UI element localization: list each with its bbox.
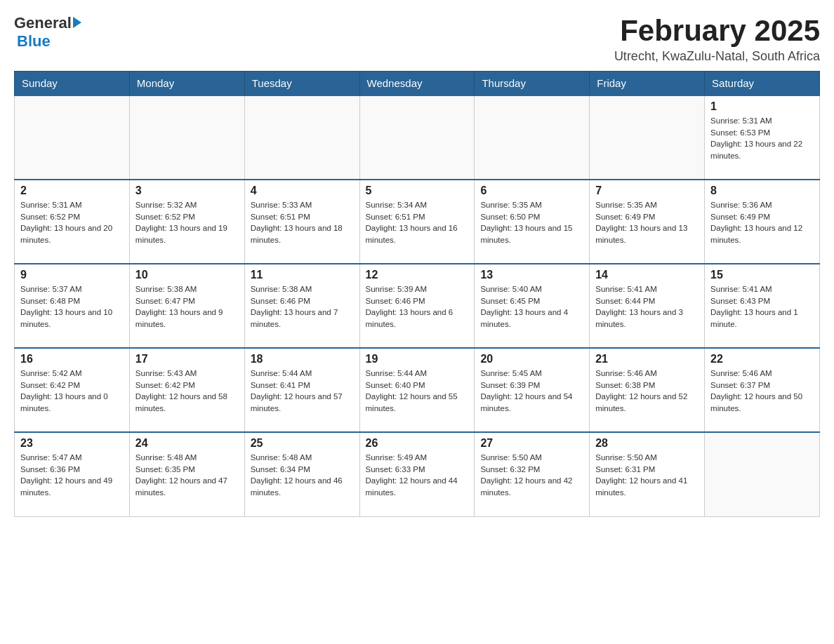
day-number: 10: [135, 269, 239, 281]
calendar-cell: 3Sunrise: 5:32 AM Sunset: 6:52 PM Daylig…: [129, 180, 244, 264]
day-info: Sunrise: 5:36 AM Sunset: 6:49 PM Dayligh…: [710, 199, 814, 246]
day-info: Sunrise: 5:39 AM Sunset: 6:46 PM Dayligh…: [366, 283, 469, 330]
day-number: 15: [710, 269, 814, 281]
day-info: Sunrise: 5:50 AM Sunset: 6:32 PM Dayligh…: [480, 452, 583, 499]
day-number: 4: [251, 185, 354, 197]
day-number: 6: [480, 185, 583, 197]
day-info: Sunrise: 5:40 AM Sunset: 6:45 PM Dayligh…: [480, 283, 583, 330]
calendar-cell: 12Sunrise: 5:39 AM Sunset: 6:46 PM Dayli…: [359, 264, 475, 348]
day-number: 8: [710, 185, 814, 197]
calendar-cell: 17Sunrise: 5:43 AM Sunset: 6:42 PM Dayli…: [129, 348, 244, 432]
logo-arrow-icon: [73, 17, 81, 28]
calendar-header-row: SundayMondayTuesdayWednesdayThursdayFrid…: [15, 72, 820, 96]
day-number: 16: [20, 353, 124, 365]
day-info: Sunrise: 5:46 AM Sunset: 6:37 PM Dayligh…: [710, 368, 814, 415]
day-info: Sunrise: 5:35 AM Sunset: 6:49 PM Dayligh…: [595, 199, 699, 246]
day-number: 11: [251, 269, 354, 281]
day-header-thursday: Thursday: [475, 72, 590, 96]
calendar-cell: 14Sunrise: 5:41 AM Sunset: 6:44 PM Dayli…: [590, 264, 705, 348]
calendar-cell: 21Sunrise: 5:46 AM Sunset: 6:38 PM Dayli…: [590, 348, 705, 432]
location-title: Utrecht, KwaZulu-Natal, South Africa: [614, 49, 820, 64]
calendar-cell: [129, 95, 244, 180]
title-block: February 2025 Utrecht, KwaZulu-Natal, So…: [614, 14, 820, 64]
day-info: Sunrise: 5:44 AM Sunset: 6:41 PM Dayligh…: [251, 368, 354, 415]
day-info: Sunrise: 5:38 AM Sunset: 6:47 PM Dayligh…: [135, 283, 239, 330]
day-info: Sunrise: 5:46 AM Sunset: 6:38 PM Dayligh…: [595, 368, 699, 415]
day-info: Sunrise: 5:33 AM Sunset: 6:51 PM Dayligh…: [251, 199, 354, 246]
calendar-cell: 10Sunrise: 5:38 AM Sunset: 6:47 PM Dayli…: [129, 264, 244, 348]
day-number: 27: [480, 437, 583, 450]
day-number: 9: [20, 269, 124, 281]
logo-general: General: [14, 14, 72, 32]
week-row-3: 9Sunrise: 5:37 AM Sunset: 6:48 PM Daylig…: [15, 264, 820, 348]
calendar-cell: 5Sunrise: 5:34 AM Sunset: 6:51 PM Daylig…: [359, 180, 475, 264]
calendar-cell: 9Sunrise: 5:37 AM Sunset: 6:48 PM Daylig…: [15, 264, 130, 348]
day-number: 3: [135, 185, 239, 197]
calendar-cell: 25Sunrise: 5:48 AM Sunset: 6:34 PM Dayli…: [244, 432, 359, 516]
calendar-cell: [590, 95, 705, 180]
calendar-cell: 18Sunrise: 5:44 AM Sunset: 6:41 PM Dayli…: [244, 348, 359, 432]
calendar-cell: 1Sunrise: 5:31 AM Sunset: 6:53 PM Daylig…: [705, 95, 820, 180]
day-info: Sunrise: 5:49 AM Sunset: 6:33 PM Dayligh…: [366, 452, 469, 499]
calendar-cell: 8Sunrise: 5:36 AM Sunset: 6:49 PM Daylig…: [705, 180, 820, 264]
day-info: Sunrise: 5:38 AM Sunset: 6:46 PM Dayligh…: [251, 283, 354, 330]
month-title: February 2025: [614, 14, 820, 48]
day-info: Sunrise: 5:50 AM Sunset: 6:31 PM Dayligh…: [595, 452, 699, 499]
day-info: Sunrise: 5:42 AM Sunset: 6:42 PM Dayligh…: [20, 368, 124, 415]
day-info: Sunrise: 5:31 AM Sunset: 6:53 PM Dayligh…: [710, 115, 814, 162]
calendar-cell: 19Sunrise: 5:44 AM Sunset: 6:40 PM Dayli…: [359, 348, 475, 432]
day-header-friday: Friday: [590, 72, 705, 96]
calendar-cell: 4Sunrise: 5:33 AM Sunset: 6:51 PM Daylig…: [244, 180, 359, 264]
calendar-cell: [475, 95, 590, 180]
calendar-cell: 2Sunrise: 5:31 AM Sunset: 6:52 PM Daylig…: [15, 180, 130, 264]
week-row-2: 2Sunrise: 5:31 AM Sunset: 6:52 PM Daylig…: [15, 180, 820, 264]
calendar-cell: 13Sunrise: 5:40 AM Sunset: 6:45 PM Dayli…: [475, 264, 590, 348]
day-header-saturday: Saturday: [705, 72, 820, 96]
calendar-cell: 7Sunrise: 5:35 AM Sunset: 6:49 PM Daylig…: [590, 180, 705, 264]
day-number: 23: [20, 437, 124, 450]
day-info: Sunrise: 5:48 AM Sunset: 6:35 PM Dayligh…: [135, 452, 239, 499]
day-info: Sunrise: 5:37 AM Sunset: 6:48 PM Dayligh…: [20, 283, 124, 330]
calendar-cell: 22Sunrise: 5:46 AM Sunset: 6:37 PM Dayli…: [705, 348, 820, 432]
day-info: Sunrise: 5:35 AM Sunset: 6:50 PM Dayligh…: [480, 199, 583, 246]
day-number: 7: [595, 185, 699, 197]
day-info: Sunrise: 5:43 AM Sunset: 6:42 PM Dayligh…: [135, 368, 239, 415]
week-row-5: 23Sunrise: 5:47 AM Sunset: 6:36 PM Dayli…: [15, 432, 820, 516]
calendar-cell: 16Sunrise: 5:42 AM Sunset: 6:42 PM Dayli…: [15, 348, 130, 432]
day-info: Sunrise: 5:32 AM Sunset: 6:52 PM Dayligh…: [135, 199, 239, 246]
day-number: 19: [366, 353, 469, 365]
day-header-sunday: Sunday: [15, 72, 130, 96]
day-number: 18: [251, 353, 354, 365]
calendar-cell: 6Sunrise: 5:35 AM Sunset: 6:50 PM Daylig…: [475, 180, 590, 264]
day-info: Sunrise: 5:31 AM Sunset: 6:52 PM Dayligh…: [20, 199, 124, 246]
calendar-cell: 20Sunrise: 5:45 AM Sunset: 6:39 PM Dayli…: [475, 348, 590, 432]
calendar-cell: 28Sunrise: 5:50 AM Sunset: 6:31 PM Dayli…: [590, 432, 705, 516]
day-number: 2: [20, 185, 124, 197]
logo-blue: Blue: [17, 32, 51, 51]
calendar-cell: [705, 432, 820, 516]
week-row-4: 16Sunrise: 5:42 AM Sunset: 6:42 PM Dayli…: [15, 348, 820, 432]
calendar-cell: 26Sunrise: 5:49 AM Sunset: 6:33 PM Dayli…: [359, 432, 475, 516]
day-info: Sunrise: 5:44 AM Sunset: 6:40 PM Dayligh…: [366, 368, 469, 415]
calendar-cell: 11Sunrise: 5:38 AM Sunset: 6:46 PM Dayli…: [244, 264, 359, 348]
day-number: 22: [710, 353, 814, 365]
day-header-monday: Monday: [129, 72, 244, 96]
day-info: Sunrise: 5:41 AM Sunset: 6:43 PM Dayligh…: [710, 283, 814, 330]
calendar-table: SundayMondayTuesdayWednesdayThursdayFrid…: [14, 71, 820, 517]
day-number: 13: [480, 269, 583, 281]
day-number: 24: [135, 437, 239, 450]
day-info: Sunrise: 5:47 AM Sunset: 6:36 PM Dayligh…: [20, 452, 124, 499]
day-number: 25: [251, 437, 354, 450]
page-header: General Blue February 2025 Utrecht, KwaZ…: [14, 14, 820, 64]
calendar-cell: [244, 95, 359, 180]
logo: General Blue: [14, 14, 81, 51]
day-number: 28: [595, 437, 699, 450]
calendar-cell: 24Sunrise: 5:48 AM Sunset: 6:35 PM Dayli…: [129, 432, 244, 516]
day-header-tuesday: Tuesday: [244, 72, 359, 96]
day-number: 26: [366, 437, 469, 450]
day-number: 1: [710, 100, 814, 113]
day-number: 21: [595, 353, 699, 365]
day-number: 14: [595, 269, 699, 281]
day-number: 12: [366, 269, 469, 281]
day-number: 5: [366, 185, 469, 197]
